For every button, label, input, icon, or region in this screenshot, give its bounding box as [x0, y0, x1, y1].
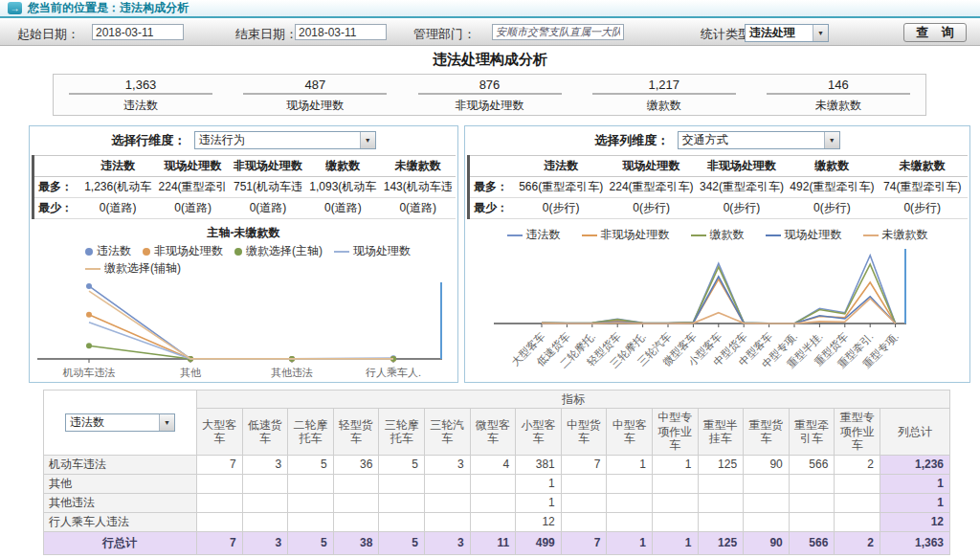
table-cell: 4 — [470, 455, 516, 474]
mini-table-cell: 0(道路) — [305, 198, 380, 219]
mini-table-cell: 0(道路) — [231, 198, 305, 219]
table-cell — [561, 512, 607, 531]
table-cell: 5 — [288, 455, 334, 474]
mini-table-cell: 0(道路) — [381, 198, 456, 219]
mini-table-cell: 0(步行) — [606, 198, 696, 219]
chevron-down-icon: ▼ — [159, 414, 174, 431]
legend-item: 非现场处理数 — [143, 243, 223, 259]
column-dimension-label: 选择列维度： — [594, 133, 669, 147]
mini-column-header: 现场处理数 — [606, 156, 696, 177]
mini-row-label: 最少： — [469, 198, 517, 219]
table-cell: 36 — [333, 455, 379, 474]
column-total-cell: 11 — [470, 531, 516, 554]
table-cell — [288, 474, 334, 493]
legend-item: 缴款选择(辅轴) — [85, 260, 181, 277]
pivot-column-header: 大型客车 — [197, 409, 243, 455]
column-total-cell: 7 — [561, 531, 607, 554]
pivot-table: 违法数 ▼ 指标 大型客车低速货车二轮摩托车轻型货车三轮摩托车三轮汽车微型客车小… — [43, 390, 950, 555]
column-total-cell: 5 — [288, 531, 334, 554]
svg-text:其他: 其他 — [180, 367, 201, 378]
legend-item: 非现场处理数 — [582, 227, 670, 243]
table-cell: 1 — [516, 493, 562, 512]
table-cell — [561, 474, 607, 493]
query-button[interactable]: 查 询 — [903, 23, 967, 42]
svg-text:机动车违法: 机动车违法 — [63, 367, 116, 378]
table-cell — [379, 474, 425, 493]
mini-table-cell: 0(步行) — [787, 198, 877, 219]
pivot-row-label: 机动车违法 — [44, 455, 197, 474]
table-cell — [744, 474, 790, 493]
dept-input[interactable] — [492, 24, 624, 40]
legend-item: 现场处理数 — [334, 243, 411, 259]
legend-label: 非现场处理数 — [154, 243, 223, 259]
table-cell — [652, 474, 698, 493]
left-chart-legend: 违法数非现场处理数缴款选择(主轴)现场处理数缴款选择(辅轴) — [85, 243, 457, 277]
legend-line-icon — [863, 234, 879, 236]
table-cell — [789, 474, 835, 493]
metric-select-cell: 违法数 ▼ — [44, 391, 197, 456]
column-dimension-minmax-table: 违法数现场处理数非现场处理数缴款数未缴款数最多：566(重型牵引车)224(重型… — [467, 155, 968, 219]
start-date-input[interactable] — [92, 24, 184, 40]
legend-item: 缴款数 — [691, 227, 745, 243]
column-totals-row: 行总计7353853114997111259056621,363 — [44, 531, 950, 554]
pivot-column-header: 低速货车 — [242, 409, 288, 455]
pivot-row-label: 其他 — [44, 474, 197, 493]
pivot-column-header: 小型客车 — [516, 409, 562, 455]
table-cell — [424, 474, 470, 493]
row-dimension-selector-row: 选择行维度： 违法行为 ▼ — [30, 131, 457, 152]
table-row: 行人乘车人违法1212 — [44, 512, 950, 531]
row-dimension-select[interactable]: 违法行为 ▼ — [194, 131, 376, 149]
location-arrow-icon: → — [8, 2, 22, 14]
legend-line-icon — [334, 251, 349, 253]
svg-text:其他违法: 其他违法 — [271, 367, 313, 378]
column-total-cell: 1 — [652, 531, 698, 554]
legend-item: 未缴款数 — [863, 227, 928, 243]
table-cell — [698, 493, 744, 512]
pivot-column-header: 重型专项作业车 — [835, 409, 880, 455]
pivot-column-header: 中型客车 — [607, 409, 653, 455]
pivot-column-header: 重型货车 — [744, 409, 790, 455]
filter-bar: 起始日期： 结束日期： 管理部门： 统计类型： 违法处理 ▼ 查 询 — [0, 20, 980, 46]
summary-stat-value: 1,363 — [69, 78, 212, 95]
table-cell — [333, 474, 379, 493]
column-total-cell: 125 — [698, 531, 744, 554]
table-cell: 125 — [698, 455, 744, 474]
mini-table-row: 最多：566(重型牵引车)224(重型牵引车)342(重型牵引车)492(重型牵… — [469, 177, 969, 198]
summary-stat: 146未缴款数 — [751, 76, 925, 114]
pivot-column-header: 重型半挂车 — [698, 409, 744, 455]
table-cell — [424, 512, 470, 531]
end-date-input[interactable] — [295, 24, 387, 40]
mini-table-cell: 0(步行) — [516, 198, 606, 219]
pivot-column-header: 中型专项作业车 — [652, 409, 698, 455]
legend-label: 非现场处理数 — [601, 227, 670, 243]
mini-column-header: 缴款数 — [787, 156, 877, 177]
pivot-column-header: 中型货车 — [561, 409, 607, 455]
mini-table-cell: 0(步行) — [697, 198, 787, 219]
legend-label: 缴款选择(辅轴) — [104, 260, 181, 277]
mini-column-header: 非现场处理数 — [231, 156, 305, 177]
column-total-cell: 90 — [744, 531, 790, 554]
row-total-cell: 1,236 — [880, 455, 949, 474]
table-cell — [242, 474, 288, 493]
mini-column-header — [469, 156, 517, 177]
table-cell — [197, 493, 243, 512]
table-cell — [470, 474, 516, 493]
table-cell — [652, 512, 698, 531]
table-cell: 1 — [516, 474, 562, 493]
metric-select[interactable]: 违法数 ▼ — [65, 413, 175, 432]
column-total-cell: 5 — [379, 531, 425, 554]
svg-text:行人乘车人.: 行人乘车人. — [366, 367, 421, 378]
mini-table-cell: 0(步行) — [878, 198, 968, 219]
row-dimension-minmax-table: 违法数现场处理数非现场处理数缴款数未缴款数最多：1,236(机动车224(重型牵… — [32, 155, 456, 219]
legend-item: 违法数 — [507, 227, 561, 243]
table-cell — [242, 512, 288, 531]
pivot-group-header: 指标 — [197, 391, 950, 409]
stat-type-select[interactable]: 违法处理 ▼ — [745, 24, 829, 42]
summary-stat-label: 缴款数 — [577, 98, 751, 114]
pivot-column-header: 轻型货车 — [333, 409, 379, 455]
legend-line-icon — [691, 234, 706, 236]
column-dimension-select[interactable]: 交通方式 ▼ — [678, 131, 840, 149]
row-dimension-label: 选择行维度： — [111, 133, 186, 147]
column-total-cell: 2 — [835, 531, 880, 554]
table-cell: 566 — [789, 455, 835, 474]
